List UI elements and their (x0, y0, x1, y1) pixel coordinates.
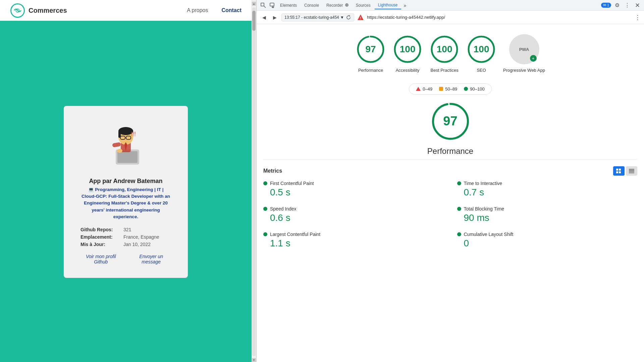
tab-elements[interactable]: Elements (277, 2, 300, 9)
profile-card: !!! App par Andrew Bateman 💻 Programming… (64, 106, 188, 278)
logo-area: Commerces (10, 3, 67, 18)
perf-section: 97 Performance (263, 101, 637, 160)
metric-fcp: First Contentful Paint 0.5 s (263, 181, 444, 198)
refresh-icon[interactable] (346, 15, 351, 20)
message-badge[interactable]: ✉ 1 (601, 3, 611, 8)
pwa-circle: PWA + (509, 34, 539, 64)
inspect-icon[interactable] (259, 1, 267, 9)
score-accessibility: 100 Accessibility (392, 34, 423, 73)
metric-cls: Cumulative Layout Shift 0 (457, 232, 638, 249)
metrics-grid: First Contentful Paint 0.5 s Time to Int… (263, 181, 637, 249)
detail-github: Github Repos: 321 (80, 227, 171, 232)
metric-cls-dot (457, 232, 461, 236)
settings-icon[interactable]: ⚙ (613, 1, 621, 9)
score-pwa: PWA + Progressive Web App (503, 34, 545, 73)
tab-lighthouse[interactable]: Lighthouse (375, 1, 401, 9)
metrics-view-toggle (613, 166, 637, 176)
svg-rect-15 (261, 3, 264, 6)
svg-text:!: ! (360, 16, 361, 20)
svg-text:!!!: !!! (131, 131, 136, 137)
scrollbar[interactable]: ▲ ▼ (252, 0, 256, 362)
tab-recorder[interactable]: Recorder (323, 2, 352, 9)
legend-bad-icon (416, 87, 421, 91)
profile-links: Voir mon profil Github Envoyer un messag… (80, 254, 171, 264)
link-github[interactable]: Voir mon profil Github (80, 254, 121, 264)
metrics-header: Metrics (263, 166, 637, 176)
svg-rect-3 (117, 151, 138, 163)
svg-rect-38 (629, 172, 634, 172)
legend-medium-icon (439, 87, 443, 91)
metric-si: Speed Index 0.6 s (263, 206, 444, 223)
website-content: !!! App par Andrew Bateman 💻 Programming… (0, 22, 252, 362)
svg-rect-12 (112, 142, 121, 147)
svg-rect-33 (619, 169, 621, 171)
nav-contact[interactable]: Contact (221, 7, 241, 13)
forward-btn[interactable]: ▶ (271, 13, 279, 21)
metric-si-dot (263, 207, 267, 211)
svg-rect-16 (270, 3, 274, 6)
perf-title: Performance (427, 146, 473, 156)
time-badge[interactable]: 13:55:17 - ecstatic-turing-a454 ▼ (281, 13, 354, 21)
close-icon[interactable]: ✕ (633, 1, 641, 9)
metric-si-header: Speed Index (263, 206, 444, 212)
svg-point-20 (346, 4, 347, 6)
svg-rect-37 (629, 170, 634, 171)
metric-tbt-dot (457, 207, 461, 211)
url-more-btn[interactable]: ⋮ (635, 14, 641, 21)
profile-bio: 💻 Programming, Engineering | IT | Cloud-… (80, 186, 171, 220)
svg-rect-36 (629, 169, 634, 170)
profile-illustration: !!! (96, 119, 156, 170)
lighthouse-content: 97 Performance 100 Accessibility (257, 24, 644, 362)
score-performance: 97 Performance (356, 34, 386, 73)
metric-lcp: Largest Contentful Paint 1.1 s (263, 232, 444, 249)
devtools-controls: ✉ 1 ⚙ ⋮ ✕ (601, 1, 641, 9)
nav-apropos[interactable]: A propos (187, 7, 208, 13)
metric-tti: Time to Interactive 0.7 s (457, 181, 638, 198)
detail-mis-a-jour: Mis à Jour: Jan 10, 2022 (80, 242, 171, 247)
more-options-icon[interactable]: ⋮ (623, 1, 631, 9)
tab-more[interactable]: » (402, 2, 409, 9)
metric-tbt: Total Blocking Time 90 ms (457, 206, 638, 223)
link-message[interactable]: Envoyer un message (131, 254, 171, 264)
url-text: https://ecstatic-turing-a45442.netlify.a… (367, 15, 632, 20)
metric-fcp-header: First Contentful Paint (263, 181, 444, 186)
devtools-titlebar: Elements Console Recorder Sources Lighth… (257, 0, 644, 11)
svg-rect-39 (629, 173, 634, 173)
scroll-up-btn[interactable]: ▲ (252, 2, 256, 6)
devtools-tabs: Elements Console Recorder Sources Lighth… (259, 1, 600, 9)
tab-sources[interactable]: Sources (353, 2, 374, 9)
pwa-plus-icon: + (530, 55, 537, 62)
score-circle-performance: 97 (356, 34, 386, 64)
metric-tti-header: Time to Interactive (457, 181, 638, 186)
scroll-thumb[interactable] (252, 11, 256, 31)
website-header: Commerces A propos Contact (0, 0, 252, 22)
detail-emplacement: Emplacement: France, Espagne (80, 234, 171, 240)
legend-medium: 50–89 (439, 86, 457, 92)
view-list-btn[interactable] (626, 166, 637, 176)
device-icon[interactable] (268, 1, 276, 9)
legend-bad: 0–49 (416, 86, 432, 92)
website-panel: Commerces A propos Contact (0, 0, 252, 362)
metric-lcp-dot (263, 232, 267, 236)
score-best-practices: 100 Best Practices (429, 34, 460, 73)
tab-console[interactable]: Console (301, 2, 322, 9)
metric-fcp-dot (263, 181, 267, 185)
back-btn[interactable]: ◀ (260, 13, 268, 21)
metrics-title: Metrics (263, 168, 282, 174)
devtools-panel: Elements Console Recorder Sources Lighth… (256, 0, 644, 362)
legend-good-icon (464, 87, 468, 91)
devtools-url-bar: ◀ ▶ 13:55:17 - ecstatic-turing-a454 ▼ ! … (257, 11, 644, 24)
legend-good: 90–100 (464, 86, 484, 92)
score-seo: 100 SEO (466, 34, 496, 73)
alert-icon: ! (357, 14, 364, 21)
score-circle-best-practices: 100 (429, 34, 460, 64)
view-grid-btn[interactable] (613, 166, 625, 176)
app-par-label: App par Andrew Bateman (80, 178, 171, 185)
author-name: Andrew Bateman (113, 178, 163, 184)
perf-big-circle: 97 (430, 101, 471, 141)
metric-tbt-header: Total Blocking Time (457, 206, 638, 212)
score-circle-seo: 100 (466, 34, 496, 64)
scroll-down-btn[interactable]: ▼ (252, 358, 256, 362)
profile-details: Github Repos: 321 Emplacement: France, E… (80, 227, 171, 247)
scroll-track[interactable] (252, 7, 256, 356)
